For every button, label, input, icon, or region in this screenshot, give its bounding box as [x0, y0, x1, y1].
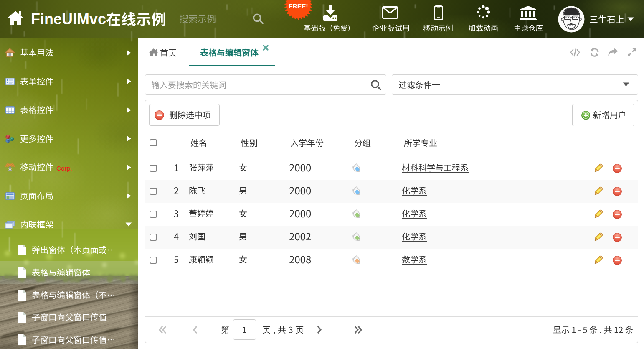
- svg-text:FREE!: FREE!: [289, 3, 308, 10]
